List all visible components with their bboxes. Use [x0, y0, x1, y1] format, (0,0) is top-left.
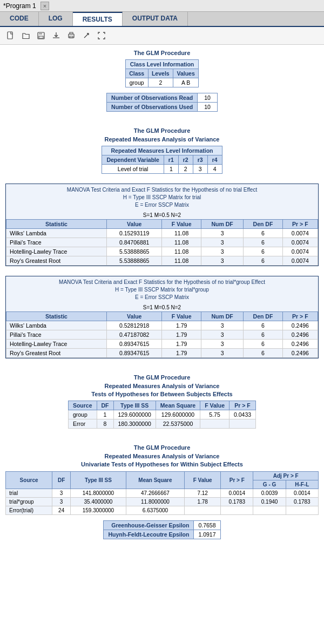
manova1-table: Statistic Value F Value Num DF Den DF Pr…: [6, 219, 318, 266]
tab-results[interactable]: RESULTS: [73, 12, 123, 26]
between-col-prf: Pr > F: [229, 401, 255, 410]
rm-col-r2: r2: [178, 155, 193, 165]
manova1-col-prf: Pr > F: [282, 220, 318, 229]
rm-level-table: Repeated Measures Level Information Depe…: [102, 146, 222, 174]
rm-col-r3: r3: [193, 155, 207, 165]
title-bar-text: *Program 1: [3, 2, 36, 10]
section1-title: The GLM Procedure: [5, 49, 319, 57]
print-button[interactable]: [65, 29, 78, 42]
manova2-col-value: Value: [107, 312, 162, 321]
manova1-header: MANOVA Test Criteria and Exact F Statist…: [6, 184, 318, 211]
levels-col-header: Levels: [148, 69, 173, 78]
section2-title: The GLM Procedure Repeated Measures Anal…: [5, 127, 319, 144]
rm-row-0-r3: 3: [193, 165, 207, 174]
class-col-header: Class: [125, 69, 148, 78]
manova2-table: Statistic Value F Value Num DF Den DF Pr…: [6, 311, 318, 358]
between-col-fvalue: F Value: [200, 401, 230, 410]
between-row-1: Error 8 180.3000000 22.5375000: [68, 419, 255, 429]
rm-col-r4: r4: [207, 155, 222, 165]
values-col-header: Values: [173, 69, 199, 78]
between-col-df: DF: [97, 401, 113, 410]
tab-code[interactable]: CODE: [0, 12, 39, 26]
manova1-row-2: Hotelling-Lawley Trace 5.53888865 11.08 …: [6, 247, 318, 256]
manova2-col-fvalue: F Value: [162, 312, 201, 321]
svg-rect-3: [39, 36, 43, 38]
tab-bar: CODE LOG RESULTS OUTPUT DATA: [0, 12, 324, 27]
section-glm-2: The GLM Procedure Repeated Measures Anal…: [5, 127, 319, 174]
title-bar: *Program 1 ×: [0, 0, 324, 12]
epsilon-hfl-value: 1.0917: [194, 530, 220, 539]
within-table: Source DF Type III SS Mean Square F Valu…: [5, 471, 319, 515]
manova1-col-dendf: Den DF: [244, 220, 283, 229]
manova2-seq: S=1 M=0.5 N=2: [6, 304, 318, 310]
open-button[interactable]: [19, 29, 32, 42]
expand-button[interactable]: [80, 29, 93, 42]
manova2-row-1: Pillai's Trace 0.47187082 1.79 3 6 0.249…: [6, 330, 318, 340]
manova2-box: MANOVA Test Criteria and Exact F Statist…: [5, 276, 319, 358]
svg-rect-0: [8, 32, 12, 39]
title-bar-close[interactable]: ×: [40, 2, 49, 10]
rm-col-r1: r1: [164, 155, 178, 165]
section-glm-1: The GLM Procedure Class Level Informatio…: [5, 49, 319, 112]
manova2-row-3: Roy's Greatest Root 0.89347615 1.79 3 6 …: [6, 349, 318, 358]
new-button[interactable]: [4, 29, 17, 42]
manova2-col-stat: Statistic: [6, 312, 107, 321]
between-col-source: Source: [68, 401, 97, 410]
manova1-box: MANOVA Test Criteria and Exact F Statist…: [5, 184, 319, 266]
within-row-2: Error(trial) 24 159.3000000 6.6375000: [6, 506, 319, 514]
manova1-row-0: Wilks' Lambda 0.15293119 11.08 3 6 0.007…: [6, 229, 318, 238]
between-col-ss: Type III SS: [113, 401, 156, 410]
manova2-row-0: Wilks' Lambda 0.52812918 1.79 3 6 0.2496: [6, 321, 318, 330]
within-row-0: trial 3 141.8000000 47.2666667 7.12 0.00…: [6, 489, 319, 497]
within-col-ms: Mean Square: [126, 471, 184, 489]
between-row-0: group 1 129.6000000 129.6000000 5.75 0.0…: [68, 410, 255, 419]
class-info-header: Class Level Information: [125, 60, 198, 69]
fullscreen-button[interactable]: [95, 29, 108, 42]
manova1-row-1: Pillai's Trace 0.84706881 11.08 3 6 0.00…: [6, 238, 318, 247]
manova1-col-value: Value: [107, 220, 162, 229]
manova2-col-numdf: Num DF: [201, 312, 243, 321]
manova2-section: MANOVA Test Criteria and Exact F Statist…: [5, 276, 319, 358]
within-col-df: DF: [52, 471, 71, 489]
obs-used-label: Number of Observations Used: [107, 103, 198, 112]
within-col-source: Source: [6, 471, 52, 489]
within-col-prf: Pr > F: [221, 471, 253, 489]
class-info-table: Class Level Information Class Levels Val…: [125, 59, 199, 87]
class-row-0-values: A B: [173, 78, 199, 87]
epsilon-gg-value: 0.7658: [194, 520, 220, 530]
tab-log[interactable]: LOG: [39, 12, 73, 26]
obs-table: Number of Observations Read 10 Number of…: [106, 93, 218, 112]
epsilon-gg-label: Greenhouse-Geisser Epsilon: [104, 520, 194, 530]
svg-rect-6: [70, 36, 73, 38]
manova1-row-3: Roy's Greatest Root 5.53888865 11.08 3 6…: [6, 256, 318, 266]
svg-rect-5: [70, 32, 73, 34]
content-area: The GLM Procedure Class Level Informatio…: [0, 45, 324, 553]
obs-read-label: Number of Observations Read: [107, 93, 198, 103]
within-col-gg: G - G: [253, 480, 286, 489]
epsilon-hfl-label: Huynh-Feldt-Lecoutre Epsilon: [104, 530, 194, 539]
manova2-col-dendf: Den DF: [244, 312, 283, 321]
svg-rect-2: [39, 32, 42, 35]
rm-row-0-r2: 2: [178, 165, 193, 174]
rm-row-0-r4: 4: [207, 165, 222, 174]
obs-read-value: 10: [198, 93, 218, 103]
section4: The GLM Procedure Repeated Measures Anal…: [5, 444, 319, 539]
tab-output-data[interactable]: OUTPUT DATA: [123, 12, 188, 26]
within-col-ss: Type III SS: [71, 471, 126, 489]
manova2-header: MANOVA Test Criteria and Exact F Statist…: [6, 276, 318, 303]
class-row-0-levels: 2: [148, 78, 173, 87]
epsilon-table: Greenhouse-Geisser Epsilon 0.7658 Huynh-…: [103, 520, 220, 539]
within-adj-prf-header: Adj Pr > F: [253, 471, 319, 480]
manova1-seq: S=1 M=0.5 N=2: [6, 212, 318, 218]
class-row-0-class: group: [125, 78, 148, 87]
section4-title: The GLM Procedure Repeated Measures Anal…: [5, 444, 319, 469]
download-button[interactable]: [50, 29, 63, 42]
section3: The GLM Procedure Repeated Measures Anal…: [5, 374, 319, 429]
rm-row-0-dep: Level of trial: [102, 165, 164, 174]
obs-used-value: 10: [198, 103, 218, 112]
manova1-col-fvalue: F Value: [162, 220, 201, 229]
manova1-col-stat: Statistic: [6, 220, 107, 229]
manova2-row-2: Hotelling-Lawley Trace 0.89347615 1.79 3…: [6, 340, 318, 349]
save-button[interactable]: [35, 29, 48, 42]
section3-title: The GLM Procedure Repeated Measures Anal…: [5, 374, 319, 398]
